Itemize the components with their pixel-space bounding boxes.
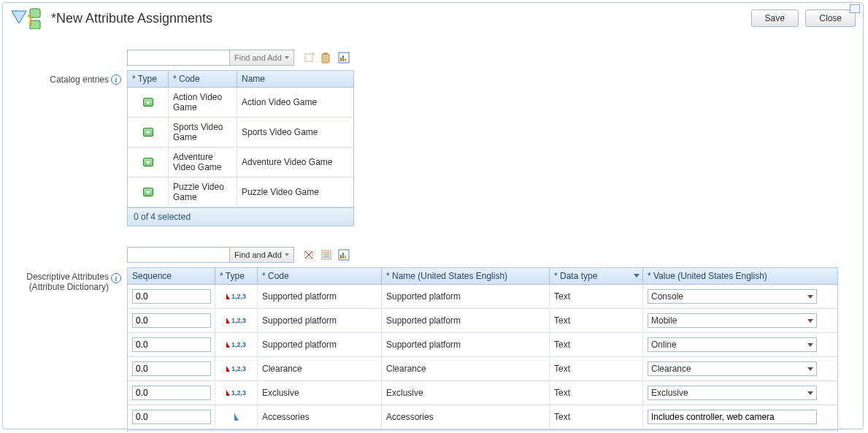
attributes-search-input[interactable] xyxy=(127,247,229,263)
editor-type-icon xyxy=(10,7,47,29)
header-row: *New Attribute Assignments Save Close xyxy=(10,7,856,34)
chart-icon[interactable] xyxy=(338,52,350,64)
catalog-col-code[interactable]: * Code xyxy=(169,71,237,87)
attributes-search-row: Find and Add xyxy=(127,247,856,263)
attr-row[interactable]: Accessories Accessories Text xyxy=(128,405,837,429)
value-select-text: Exclusive xyxy=(651,388,688,398)
attr-row[interactable]: 1,2,3 Exclusive Exclusive Text Exclusive xyxy=(128,381,837,405)
value-select[interactable]: Exclusive xyxy=(648,386,817,400)
attr-cell-name: Supported platform xyxy=(382,333,550,356)
value-select-text: Online xyxy=(651,340,677,350)
svg-rect-2 xyxy=(305,54,312,61)
catalog-search-input[interactable] xyxy=(127,50,229,66)
attr-cell-name: Clearance xyxy=(382,357,550,380)
value-select-text: Mobile xyxy=(651,315,677,326)
attr-row[interactable]: 1,2,3 Supported platform Supported platf… xyxy=(128,333,837,357)
attr-cell-code: Accessories xyxy=(258,405,382,429)
attr-col-type[interactable]: * Type xyxy=(215,268,258,284)
sequence-input[interactable] xyxy=(132,337,211,352)
attr-cell-code: Clearance xyxy=(258,357,382,380)
catalog-col-name[interactable]: Name xyxy=(237,71,353,87)
svg-rect-0 xyxy=(30,9,40,18)
catalog-cell-code: Adventure Video Game xyxy=(169,147,237,177)
header-left: *New Attribute Assignments xyxy=(10,7,212,29)
restore-window-icon[interactable] xyxy=(850,4,860,13)
value-select[interactable]: Console xyxy=(648,289,817,304)
chart-icon[interactable] xyxy=(338,249,350,261)
value-input[interactable] xyxy=(648,410,817,424)
catalog-row[interactable]: Sports Video Game Sports Video Game xyxy=(128,118,353,147)
value-select-text: Clearance xyxy=(651,364,691,374)
chevron-down-icon xyxy=(807,295,813,299)
info-icon[interactable]: i xyxy=(111,74,121,85)
attributes-body: Find and Add Sequence * Type xyxy=(127,247,856,432)
attr-col-sequence[interactable]: Sequence xyxy=(128,268,215,284)
attr-cell-code: Exclusive xyxy=(258,381,382,405)
attributes-find-add-button[interactable]: Find and Add xyxy=(229,247,294,263)
page-title: *New Attribute Assignments xyxy=(51,11,212,26)
attributes-grid-header: Sequence * Type * Code * Name (United St… xyxy=(128,268,837,285)
value-select[interactable]: Clearance xyxy=(648,361,817,376)
attr-row[interactable]: 1,2,3 Supported platform Supported platf… xyxy=(128,285,837,309)
attribute-assignments-panel: *New Attribute Assignments Save Close Ca… xyxy=(2,2,864,429)
catalog-cell-name: Adventure Video Game xyxy=(237,147,353,177)
sequence-input[interactable] xyxy=(132,313,211,328)
svg-rect-7 xyxy=(342,55,344,61)
attr-cell-code: Supported platform xyxy=(258,309,382,332)
value-select[interactable]: Online xyxy=(648,337,817,352)
sequence-input[interactable] xyxy=(132,361,211,376)
paste-icon[interactable] xyxy=(320,52,332,64)
chevron-down-icon xyxy=(807,319,813,323)
attr-col-data-type-label: * Data type xyxy=(554,271,597,281)
free-text-icon xyxy=(234,413,239,421)
svg-rect-8 xyxy=(345,58,346,61)
catalog-row[interactable]: Puzzle Video Game Puzzle Video Game xyxy=(128,177,353,207)
attr-col-code[interactable]: * Code xyxy=(258,268,382,284)
sequence-input[interactable] xyxy=(132,289,211,304)
attr-row[interactable]: 1,2,3 Clearance Clearance Text Clearance xyxy=(128,357,837,381)
attr-cell-data-type: Text xyxy=(550,333,643,356)
sort-desc-icon xyxy=(634,274,640,277)
delete-icon[interactable] xyxy=(303,249,315,261)
sequence-input[interactable] xyxy=(132,410,211,424)
catalog-entries-label-text: Catalog entries xyxy=(50,74,109,85)
catalog-cell-name: Puzzle Video Game xyxy=(237,177,353,207)
catalog-find-add-button[interactable]: Find and Add xyxy=(229,50,294,66)
chevron-down-icon xyxy=(807,367,813,371)
attr-cell-data-type: Text xyxy=(550,309,643,332)
sequence-input[interactable] xyxy=(132,386,211,400)
attr-cell-name: Accessories xyxy=(382,405,550,429)
catalog-col-type[interactable]: * Type xyxy=(128,71,169,87)
attr-cell-name: Supported platform xyxy=(382,309,550,332)
catalog-search-row: Find and Add xyxy=(127,50,856,66)
value-select[interactable]: Mobile xyxy=(648,313,817,328)
catalog-cell-code: Action Video Game xyxy=(169,88,237,117)
allowed-values-icon: 1,2,3 xyxy=(226,341,246,348)
header-buttons: Save Close xyxy=(747,9,856,27)
svg-rect-18 xyxy=(342,253,344,258)
allowed-values-icon: 1,2,3 xyxy=(226,389,246,396)
info-icon[interactable]: i xyxy=(111,273,121,283)
svg-rect-6 xyxy=(340,58,342,61)
edit-list-icon[interactable] xyxy=(320,249,332,261)
attr-row[interactable]: 1,2,3 Supported platform Supported platf… xyxy=(128,309,837,333)
catalog-body: Find and Add * Type * Code xyxy=(127,50,856,226)
attributes-label-line2: (Attribute Dictionary) xyxy=(26,282,109,292)
category-icon xyxy=(143,158,153,166)
svg-rect-3 xyxy=(322,54,329,63)
descriptive-attributes-section: Descriptive Attributes (Attribute Dictio… xyxy=(10,247,856,432)
new-icon[interactable] xyxy=(303,52,315,64)
descriptive-attributes-label: Descriptive Attributes (Attribute Dictio… xyxy=(22,247,127,292)
close-button[interactable]: Close xyxy=(805,9,856,27)
svg-rect-4 xyxy=(323,53,328,55)
save-button[interactable]: Save xyxy=(751,9,799,27)
attr-col-data-type[interactable]: * Data type xyxy=(550,268,643,284)
chevron-down-icon xyxy=(807,391,813,395)
attr-col-name[interactable]: * Name (United States English) xyxy=(382,268,550,284)
svg-rect-19 xyxy=(345,256,346,258)
attr-col-value[interactable]: * Value (United States English) xyxy=(643,268,822,284)
attr-cell-name: Supported platform xyxy=(382,285,550,308)
category-icon xyxy=(143,98,153,107)
catalog-row[interactable]: Action Video Game Action Video Game xyxy=(128,88,353,118)
catalog-row[interactable]: Adventure Video Game Adventure Video Gam… xyxy=(128,147,353,177)
